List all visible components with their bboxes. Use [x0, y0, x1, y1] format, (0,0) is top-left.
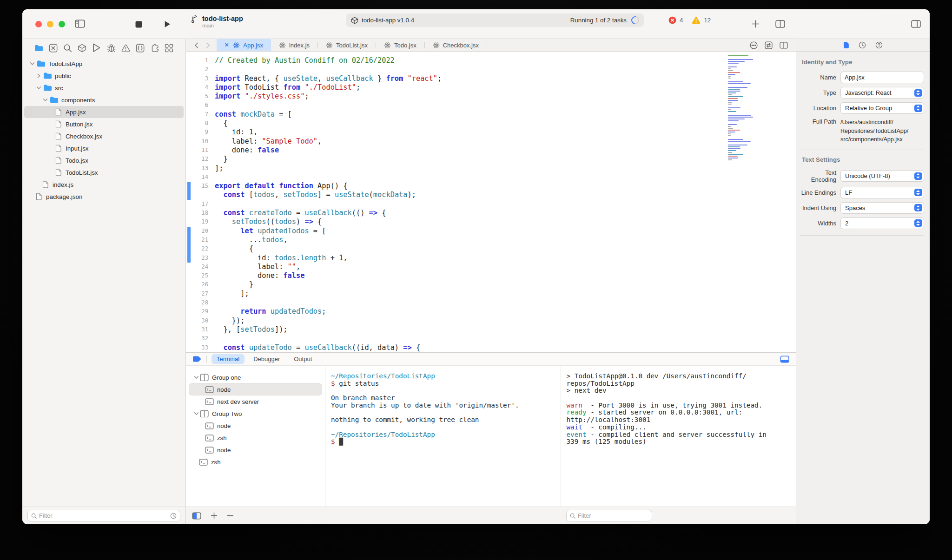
issues-navigator-icon[interactable] — [121, 44, 130, 53]
status-bar[interactable]: todo-list-app v1.0.4 Running 1 of 2 task… — [346, 13, 644, 27]
search-navigator-icon[interactable] — [63, 44, 72, 53]
code-line[interactable]: 4import TodoList from "./TodoList"; — [186, 83, 796, 92]
terminal-item-group-two[interactable]: Group Two — [189, 408, 322, 420]
code-line[interactable]: 5import "./styles.css"; — [186, 92, 796, 101]
code-line[interactable]: 10 label: "Sample Todo", — [186, 137, 796, 146]
panel-tab-terminal[interactable]: Terminal — [212, 354, 245, 364]
sidebar-item-app-jsx[interactable]: App.jsx — [24, 106, 184, 118]
terminal-output-right[interactable]: > TodoListApp@0.1.0 dev /Users/austincon… — [561, 366, 796, 507]
project-title-block[interactable]: todo-list-app main — [191, 14, 243, 29]
terminal-item-node[interactable]: node — [189, 383, 322, 395]
terminal-split-toggle-icon[interactable] — [192, 512, 201, 520]
chevron-down-icon[interactable] — [35, 86, 42, 90]
run-navigator-icon[interactable] — [92, 44, 101, 53]
zoom-button[interactable] — [59, 21, 65, 27]
chevron-down-icon[interactable] — [193, 411, 200, 416]
widths-stepper[interactable]: 2 — [840, 217, 924, 229]
sidebar-item-src[interactable]: src — [24, 82, 184, 94]
code-line[interactable]: 28 — [186, 298, 796, 307]
package-navigator-icon[interactable] — [78, 44, 86, 53]
line-endings-dropdown[interactable]: LF — [840, 187, 924, 198]
code-line[interactable]: 26 } — [186, 280, 796, 289]
tab-index-js[interactable]: index.js — [271, 39, 317, 51]
code-line[interactable]: 1// Created by Austin Condiff on 02/16/2… — [186, 56, 796, 65]
sidebar-item-components[interactable]: components — [24, 94, 184, 106]
editor-layout-button[interactable] — [775, 20, 785, 28]
code-line[interactable]: 14 — [186, 173, 796, 182]
code-line[interactable]: 19 setTodos((todos) => { — [186, 217, 796, 226]
terminal-item-zsh[interactable]: zsh — [189, 432, 322, 444]
tab-checkbox-jsx[interactable]: Checkbox.jsx — [425, 39, 487, 51]
terminal-filter[interactable] — [566, 510, 652, 521]
code-line[interactable]: 30 }); — [186, 316, 796, 325]
remove-terminal-button[interactable] — [227, 512, 234, 519]
code-line[interactable]: 31 }, [setTodos]); — [186, 325, 796, 334]
snippets-navigator-icon[interactable] — [136, 44, 145, 53]
code-line[interactable]: 27 ]; — [186, 290, 796, 298]
issue-badges[interactable]: 4 12 — [668, 16, 716, 24]
overview-navigator-icon[interactable] — [165, 44, 173, 53]
code-line[interactable]: 25 done: false — [186, 271, 796, 280]
add-tab-button[interactable] — [751, 20, 760, 28]
tab-app-jsx[interactable]: ×App.jsx — [217, 39, 271, 51]
code-editor[interactable]: 1// Created by Austin Condiff on 02/16/2… — [186, 52, 796, 352]
close-tab-icon[interactable]: × — [225, 41, 229, 49]
chevron-right-icon[interactable] — [35, 73, 42, 78]
collapse-panel-icon[interactable] — [780, 356, 789, 363]
symbols-navigator-icon[interactable] — [49, 44, 58, 53]
code-line[interactable]: 17 — [186, 200, 796, 209]
code-line[interactable]: 32 — [186, 334, 796, 343]
terminal-item-next-dev-server[interactable]: next dev server — [189, 395, 322, 408]
back-button[interactable] — [194, 42, 198, 48]
sidebar-item-package-json[interactable]: package.json — [24, 191, 184, 203]
chevron-down-icon[interactable] — [29, 61, 36, 66]
sidebar-item-todolist-jsx[interactable]: TodoList.jsx — [24, 166, 184, 178]
panel-tab-output[interactable]: Output — [289, 354, 317, 364]
code-line[interactable]: 3import React, { useState, useCallback }… — [186, 74, 796, 83]
code-line[interactable]: 8 { — [186, 119, 796, 128]
forward-button[interactable] — [206, 42, 210, 48]
sidebar-item-public[interactable]: public — [24, 70, 184, 82]
terminal-item-node[interactable]: node — [189, 420, 322, 432]
code-line[interactable]: 22 { — [186, 244, 796, 253]
sidebar-filter-input[interactable] — [37, 512, 170, 519]
sidebar-item-checkbox-jsx[interactable]: Checkbox.jsx — [24, 130, 184, 142]
code-line[interactable]: 33 const updateTodo = useCallback((id, d… — [186, 343, 796, 352]
close-button[interactable] — [35, 21, 42, 27]
project-navigator-icon[interactable] — [34, 44, 43, 53]
encoding-dropdown[interactable]: Unicode (UTF-8) — [840, 170, 924, 182]
filter-history-icon[interactable] — [170, 513, 177, 519]
tab-todolist-jsx[interactable]: TodoList.jsx — [318, 39, 376, 51]
stop-button[interactable] — [135, 21, 142, 28]
code-line[interactable]: 2 — [186, 65, 796, 74]
split-editor-icon[interactable] — [780, 42, 788, 49]
code-line[interactable]: 21 ...todos, — [186, 236, 796, 244]
code-line[interactable]: 9 id: 1, — [186, 128, 796, 137]
flag-icon[interactable] — [192, 356, 202, 362]
code-line[interactable]: 7const mockData = [ — [186, 110, 796, 119]
chevron-down-icon[interactable] — [193, 375, 200, 380]
sidebar-item-todo-jsx[interactable]: Todo.jsx — [24, 154, 184, 166]
name-field[interactable] — [840, 72, 924, 83]
code-line[interactable]: 13]; — [186, 164, 796, 173]
sidebar-item-input-jsx[interactable]: Input.jsx — [24, 142, 184, 154]
terminal-item-zsh[interactable]: zsh — [189, 456, 322, 468]
debug-navigator-icon[interactable] — [107, 44, 116, 53]
minimize-button[interactable] — [47, 21, 53, 27]
sidebar-toggle-button[interactable] — [75, 20, 85, 28]
sidebar-item-index-js[interactable]: index.js — [24, 178, 184, 191]
sidebar-item-button-jsx[interactable]: Button.jsx — [24, 118, 184, 130]
terminal-item-group-one[interactable]: Group one — [189, 371, 322, 383]
tab-todo-jsx[interactable]: Todo.jsx — [376, 39, 424, 51]
inspector-toggle-button[interactable] — [911, 20, 921, 28]
chevron-down-icon[interactable] — [42, 98, 49, 102]
minimap[interactable] — [728, 55, 753, 161]
code-line[interactable]: 23 id: todos.length + 1, — [186, 254, 796, 263]
terminal-output-middle[interactable]: ~/Repositories/TodoListApp$ git status O… — [325, 366, 561, 507]
swap-file-icon[interactable] — [765, 41, 773, 49]
sidebar-filter[interactable] — [27, 510, 180, 521]
extensions-navigator-icon[interactable] — [150, 44, 159, 53]
code-line[interactable]: const [todos, setTodos] = useState(mockD… — [186, 191, 796, 199]
sidebar-item-todolistapp[interactable]: TodoListApp — [24, 58, 184, 70]
code-line[interactable]: 18 const createTodo = useCallback(() => … — [186, 209, 796, 217]
